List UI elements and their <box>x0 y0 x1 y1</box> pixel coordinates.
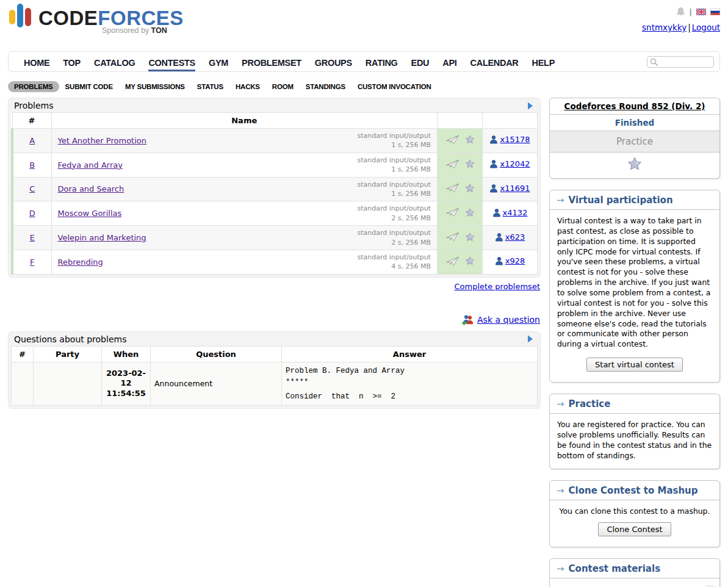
caption-arrow: → <box>557 195 564 206</box>
solver-person-icon <box>489 159 498 168</box>
favorite-star-icon[interactable] <box>465 256 475 265</box>
virtual-participation-box: → Virtual participation Virtual contest … <box>549 190 720 383</box>
site-header: CODEFORCES Sponsored by TON | sntmxykky|… <box>8 4 720 49</box>
question-row: 2023-02-1211:54:55AnnouncementProblem B.… <box>12 362 538 405</box>
submit-plane-icon[interactable] <box>445 256 460 266</box>
search-icon <box>650 58 658 67</box>
nav-item-home[interactable]: HOME <box>17 54 56 70</box>
logo-text: CODEFORCES <box>38 9 184 27</box>
problem-index-cell: C <box>12 177 51 201</box>
submit-plane-icon[interactable] <box>445 183 460 193</box>
codeforces-logo[interactable]: CODEFORCES Sponsored by TON <box>9 4 184 35</box>
nav-item-rating[interactable]: RATING <box>359 54 405 70</box>
questions-col-answer: Answer <box>282 346 538 362</box>
contest-nav-item-room[interactable]: ROOM <box>266 81 300 92</box>
contest-nav-item-my-submissions[interactable]: MY SUBMISSIONS <box>119 81 191 92</box>
answer-line: Problem B. Fedya and Array <box>286 366 533 376</box>
problem-index-link[interactable]: E <box>30 233 35 242</box>
clone-mashup-box: → Clone Contest to Mashup You can clone … <box>549 480 720 548</box>
solved-count-link[interactable]: x623 <box>495 232 525 242</box>
nav-item-contests[interactable]: CONTESTS <box>142 54 202 70</box>
favorite-star-icon[interactable] <box>627 157 642 171</box>
solved-count-link[interactable]: x11691 <box>489 184 530 193</box>
complete-problemset-row: Complete problemset <box>9 282 540 291</box>
nav-item-groups[interactable]: GROUPS <box>308 54 359 70</box>
favorite-star-icon[interactable] <box>465 184 475 193</box>
favorite-star-icon[interactable] <box>465 159 475 168</box>
problem-index-link[interactable]: F <box>30 257 34 267</box>
start-virtual-contest-button[interactable]: Start virtual contest <box>586 358 683 372</box>
problem-name-link[interactable]: Dora and Search <box>58 184 124 193</box>
favorite-star-icon[interactable] <box>465 135 475 144</box>
nav-item-top[interactable]: TOP <box>56 54 87 70</box>
problem-name-cell: Velepin and Marketingstandard input/outp… <box>51 226 438 250</box>
header-right: | sntmxykky|Logout <box>642 6 720 32</box>
contest-state: Finished <box>550 115 719 131</box>
contest-nav-item-status[interactable]: STATUS <box>191 81 229 92</box>
questions-col-when: When <box>102 346 151 362</box>
username-link[interactable]: sntmxykky <box>642 23 687 32</box>
solved-count-link[interactable]: x928 <box>495 256 525 265</box>
bell-icon[interactable] <box>676 7 685 16</box>
search-box[interactable] <box>647 56 714 68</box>
solved-count-link[interactable]: x15178 <box>489 135 530 144</box>
problem-name-link[interactable]: Yet Another Promotion <box>58 136 146 145</box>
submit-plane-icon[interactable] <box>445 135 460 145</box>
main-nav: HOMETOPCATALOGCONTESTSGYMPROBLEMSETGROUP… <box>8 51 720 72</box>
nav-item-problemset[interactable]: PROBLEMSET <box>235 54 308 70</box>
questions-col--: # <box>12 346 34 362</box>
contest-nav-item-submit-code[interactable]: SUBMIT CODE <box>59 81 119 92</box>
flag-ru-icon[interactable] <box>710 9 720 15</box>
problem-index-link[interactable]: B <box>29 160 35 170</box>
ask-question-row: Ask a question <box>9 314 540 325</box>
problem-name-cell: Yet Another Promotionstandard input/outp… <box>51 129 438 153</box>
lang-separator: | <box>690 7 692 16</box>
problem-limits: standard input/output1 s, 256 MB <box>357 180 431 199</box>
favorite-star-icon[interactable] <box>465 208 475 217</box>
contest-nav-item-standings[interactable]: STANDINGS <box>300 81 351 92</box>
problem-name-link[interactable]: Moscow Gorillas <box>58 209 122 218</box>
problem-index-link[interactable]: A <box>29 136 35 145</box>
submit-plane-icon[interactable] <box>445 232 460 242</box>
contest-nav-item-hacks[interactable]: HACKS <box>229 81 266 92</box>
ask-question-icon <box>461 314 474 325</box>
nav-item-calendar[interactable]: CALENDAR <box>464 54 525 70</box>
question-when-cell: 2023-02-1211:54:55 <box>102 362 151 405</box>
nav-item-api[interactable]: API <box>436 54 463 70</box>
problem-name-link[interactable]: Velepin and Marketing <box>58 233 146 242</box>
clone-contest-button[interactable]: Clone Contest <box>598 522 671 536</box>
favorite-star-icon[interactable] <box>465 232 475 242</box>
submit-plane-icon[interactable] <box>445 207 460 217</box>
problem-solved-cell: x12042 <box>483 153 538 177</box>
problem-index-link[interactable]: D <box>29 209 35 218</box>
problem-limits: standard input/output2 s, 256 MB <box>357 228 431 247</box>
complete-problemset-link[interactable]: Complete problemset <box>455 282 540 291</box>
contest-title-link[interactable]: Codeforces Round 852 (Div. 2) <box>564 101 705 111</box>
search-input[interactable] <box>658 58 710 66</box>
problems-table: # Name AYet Another Promotionstandard in… <box>11 112 538 275</box>
problem-name-link[interactable]: Rebrending <box>58 257 103 267</box>
questions-expand-arrow-icon[interactable] <box>527 335 533 343</box>
problem-actions-cell <box>438 250 483 274</box>
nav-item-catalog[interactable]: CATALOG <box>87 54 142 70</box>
flag-en-icon[interactable] <box>696 9 706 15</box>
problems-expand-arrow-icon[interactable] <box>527 102 533 110</box>
nav-item-help[interactable]: HELP <box>525 54 561 70</box>
solved-count-link[interactable]: x12042 <box>489 159 530 168</box>
problem-index-link[interactable]: C <box>29 184 35 193</box>
logout-link[interactable]: Logout <box>692 23 720 32</box>
problem-limits: standard input/output2 s, 256 MB <box>357 204 431 223</box>
problem-name-link[interactable]: Fedya and Array <box>58 160 123 170</box>
contest-nav-item-problems[interactable]: PROBLEMS <box>8 81 59 92</box>
problem-index-cell: B <box>12 153 51 177</box>
solved-count-link[interactable]: x4132 <box>492 208 528 217</box>
nav-item-edu[interactable]: EDU <box>405 54 436 70</box>
problem-limits: standard input/output1 s, 256 MB <box>357 131 431 150</box>
question-text-cell: Announcement <box>151 362 282 405</box>
ask-question-link[interactable]: Ask a question <box>477 315 540 325</box>
questions-col-party: Party <box>34 346 102 362</box>
problem-name-cell: Fedya and Arraystandard input/output1 s,… <box>51 153 438 177</box>
nav-item-gym[interactable]: GYM <box>202 54 235 70</box>
submit-plane-icon[interactable] <box>445 159 460 169</box>
contest-nav-item-custom-invocation[interactable]: CUSTOM INVOCATION <box>351 81 438 92</box>
